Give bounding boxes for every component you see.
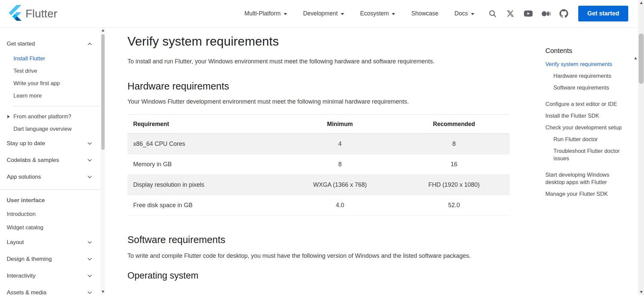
sidebar-item-design-theming[interactable]: Design & theming	[7, 251, 101, 268]
chevron-up-icon	[88, 43, 92, 45]
toc-item-manage-your-flutter-sdk[interactable]: Manage your Flutter SDK	[545, 188, 630, 199]
operating-system-heading: Operating system	[127, 271, 510, 281]
x-icon[interactable]	[506, 9, 515, 18]
nav-item-label: Docs	[454, 10, 468, 17]
get-started-button[interactable]: Get started	[578, 6, 628, 21]
sidebar-item-assets-media[interactable]: Assets & media	[7, 284, 101, 295]
toc-item-check-your-development-setup[interactable]: Check your development setup	[545, 121, 630, 133]
scroll-down-icon[interactable]	[640, 291, 643, 293]
sidebar-item-label: From another platform?	[13, 113, 71, 120]
youtube-icon[interactable]	[524, 9, 533, 18]
sidebar-item-introduction[interactable]: Introduction	[7, 207, 101, 221]
table-cell: 52.0	[398, 195, 510, 216]
toc-item-install-the-flutter-sdk[interactable]: Install the Flutter SDK	[545, 110, 630, 121]
table-row: Display resolution in pixelsWXGA (1366 x…	[127, 175, 510, 195]
table-cell: FHD (1920 x 1080)	[398, 175, 510, 195]
chevron-down-icon	[284, 13, 287, 15]
table-header-requirement: Requirement	[127, 115, 282, 134]
content-row: Get startedInstall FlutterTest driveWrit…	[0, 27, 644, 295]
table-header-recommended: Recommended	[398, 115, 510, 134]
hardware-requirements-heading: Hardware requirements	[127, 81, 510, 92]
sidebar-item-label: Introduction	[7, 211, 36, 217]
hardware-requirements-table: RequirementMinimumRecommended x86_64 CPU…	[127, 114, 510, 216]
chevron-down-icon	[88, 275, 92, 277]
sidebar-item-label: Learn more	[13, 93, 42, 99]
sidebar-item-label: Assets & media	[7, 289, 46, 295]
sidebar-item-from-another-platform[interactable]: From another platform?	[7, 110, 101, 123]
top-navbar: Flutter Multi-PlatformDevelopmentEcosyst…	[0, 0, 644, 27]
main-nav: Multi-PlatformDevelopmentEcosystemShowca…	[245, 10, 474, 17]
sidebar-item-interactivity[interactable]: Interactivity	[7, 268, 101, 284]
chevron-down-icon	[88, 176, 92, 178]
nav-item-ecosystem[interactable]: Ecosystem	[360, 10, 395, 17]
page-title: Verify system requirements	[127, 35, 510, 49]
sidebar-item-get-started[interactable]: Get started	[7, 36, 101, 52]
sidebar-item-label: User interface	[7, 197, 45, 204]
sidebar: Get startedInstall FlutterTest driveWrit…	[0, 27, 101, 295]
sidebar-item-codelabs-samples[interactable]: Codelabs & samples	[7, 152, 101, 169]
sidebar-item-label: Install Flutter	[13, 55, 45, 62]
sidebar-scrollbar-thumb[interactable]	[101, 34, 105, 150]
sidebar-item-test-drive[interactable]: Test drive	[7, 65, 101, 77]
page: Flutter Multi-PlatformDevelopmentEcosyst…	[0, 0, 644, 295]
medium-icon[interactable]	[542, 9, 550, 18]
sidebar-item-label: Stay up to date	[7, 140, 45, 147]
sidebar-item-stay-up-to-date[interactable]: Stay up to date	[7, 135, 101, 152]
toc-item-configure-a-text-editor-or-ide[interactable]: Configure a text editor or IDE	[545, 98, 630, 110]
table-header-minimum: Minimum	[282, 115, 398, 134]
table-cell: 4.0	[282, 195, 398, 216]
flutter-logo[interactable]: Flutter	[9, 5, 57, 22]
sidebar-item-learn-more[interactable]: Learn more	[7, 90, 101, 102]
toc-heading: Contents	[545, 47, 630, 55]
software-requirements-heading: Software requirements	[127, 234, 510, 245]
table-row: Memory in GB816	[127, 154, 510, 175]
sidebar-item-widget-catalog[interactable]: Widget catalog	[7, 221, 101, 234]
table-row: Free disk space in GB4.052.0	[127, 195, 510, 216]
table-cell: 4	[282, 134, 398, 154]
scroll-up-icon[interactable]	[634, 57, 637, 59]
toc-item-verify-system-requirements[interactable]: Verify system requirements	[545, 58, 630, 70]
table-cell: 8	[282, 154, 398, 175]
scroll-up-icon[interactable]	[640, 2, 643, 4]
toc-item-hardware-requirements[interactable]: Hardware requirements	[545, 70, 630, 81]
github-icon[interactable]	[559, 9, 568, 18]
page-scrollbar[interactable]	[638, 0, 644, 295]
sidebar-item-dart-language-overview[interactable]: Dart language overview	[7, 123, 101, 135]
toc-item-software-requirements[interactable]: Software requirements	[545, 81, 630, 93]
main-content: Verify system requirements To install an…	[105, 27, 644, 295]
search-icon[interactable]	[488, 9, 497, 18]
toc-item-troubleshoot-flutter-doctor-issues[interactable]: Troubleshoot Flutter doctor issues	[545, 145, 630, 164]
chevron-down-icon	[88, 142, 92, 145]
nav-item-multi-platform[interactable]: Multi-Platform	[245, 10, 287, 17]
nav-item-showcase[interactable]: Showcase	[411, 10, 438, 17]
sidebar-item-app-solutions[interactable]: App solutions	[7, 169, 101, 185]
scroll-down-icon[interactable]	[102, 291, 104, 293]
sidebar-section-user-interface: User interface	[7, 194, 101, 207]
toc-list: Verify system requirementsHardware requi…	[545, 58, 630, 199]
toc-item-run-flutter-doctor[interactable]: Run Flutter doctor	[545, 133, 630, 145]
page-scrollbar-thumb[interactable]	[639, 34, 644, 84]
brand-name: Flutter	[25, 7, 57, 20]
table-cell: Free disk space in GB	[127, 195, 282, 216]
nav-item-development[interactable]: Development	[303, 10, 344, 17]
sidebar-item-label: Widget catalog	[7, 224, 43, 231]
toc-item-start-developing-windows-desktop-apps-with-flutter[interactable]: Start developing Windows desktop apps wi…	[545, 169, 630, 188]
sidebar-scrollbar[interactable]	[101, 27, 105, 295]
scroll-up-icon[interactable]	[102, 29, 104, 32]
table-cell: 8	[398, 134, 510, 154]
sidebar-divider	[0, 189, 101, 190]
nav-item-label: Showcase	[411, 10, 438, 17]
toc: Contents Verify system requirementsHardw…	[545, 35, 630, 295]
chevron-down-icon	[88, 258, 92, 260]
content-scrollbar[interactable]	[633, 55, 638, 295]
sidebar-item-label: Layout	[7, 239, 24, 246]
sidebar-item-layout[interactable]: Layout	[7, 234, 101, 251]
chevron-down-icon	[341, 13, 344, 15]
chevron-down-icon	[392, 13, 395, 15]
sidebar-item-write-your-first-app[interactable]: Write your first app	[7, 77, 101, 90]
table-cell: x86_64 CPU Cores	[127, 134, 282, 154]
sidebar-item-label: Codelabs & samples	[7, 157, 59, 164]
arrow-right-icon	[7, 115, 10, 118]
nav-item-docs[interactable]: Docs	[454, 10, 474, 17]
sidebar-item-install-flutter[interactable]: Install Flutter	[7, 52, 101, 65]
